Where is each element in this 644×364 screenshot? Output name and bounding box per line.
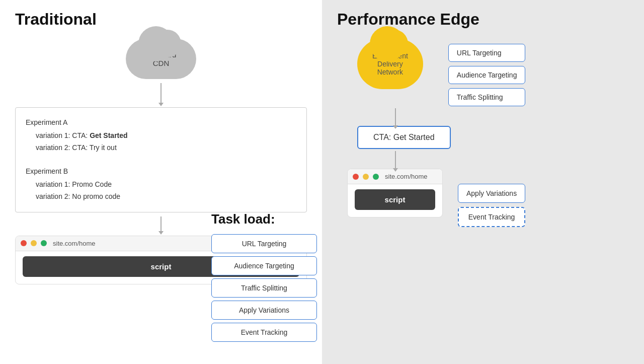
- task-item-traffic: Traffic Splitting: [211, 278, 317, 298]
- task-item-url: URL Targeting: [211, 234, 317, 253]
- audience-targeting-box: Audience Targeting: [448, 66, 526, 84]
- right-arrow-1-wrap: [395, 108, 629, 126]
- event-tracking-box: Event Tracking: [458, 207, 525, 227]
- exp-b-v1: variation 1: Promo Code: [26, 179, 296, 191]
- task-item-audience: Audience Targeting: [211, 256, 317, 275]
- left-browser-url: site.com/home: [53, 240, 96, 247]
- right-bottom-row: site.com/home script Apply Variations Ev…: [337, 169, 629, 227]
- task-item-apply: Apply Variations: [211, 301, 317, 320]
- tl-red-right: [353, 174, 359, 180]
- cta-box: CTA: Get Started: [357, 126, 451, 149]
- tl-green-right: [373, 174, 379, 180]
- apply-variations-box: Apply Variations: [458, 184, 525, 203]
- left-arrow-2: [160, 216, 162, 232]
- standard-cdn-cloud: StandardCDN: [126, 39, 196, 79]
- tl-green-left: [41, 240, 47, 246]
- edn-cloud-shape: ExperimentDeliveryNetwork: [357, 39, 423, 89]
- right-browser: site.com/home script: [347, 169, 443, 217]
- standard-cdn-shape: StandardCDN: [126, 39, 196, 79]
- exp-b-title: Experiment B: [26, 166, 296, 178]
- tl-yellow-right: [363, 174, 369, 180]
- task-load-section: Task load: URL Targeting Audience Target…: [211, 211, 317, 345]
- right-arrow-1: [395, 108, 396, 126]
- cta-box-wrap: CTA: Get Started: [357, 126, 629, 149]
- right-script-button[interactable]: script: [355, 189, 435, 210]
- exp-a-v1-bold: Get Started: [90, 131, 127, 139]
- right-side-boxes-top: URL Targeting Audience Targeting Traffic…: [448, 44, 526, 106]
- right-browser-body: script: [348, 184, 442, 217]
- left-experiment-area: Experiment A variation 1: CTA: Get Start…: [15, 107, 307, 212]
- edn-cloud: ExperimentDeliveryNetwork: [357, 39, 423, 89]
- traffic-splitting-box: Traffic Splitting: [448, 88, 526, 106]
- right-side-boxes-bottom: Apply Variations Event Tracking: [458, 184, 525, 227]
- right-browser-url: site.com/home: [385, 173, 428, 180]
- url-targeting-box: URL Targeting: [448, 44, 526, 62]
- right-arrow-2-wrap: [395, 151, 629, 169]
- tl-yellow-left: [31, 240, 37, 246]
- exp-b-v2: variation 2: No promo code: [26, 191, 296, 203]
- task-load-title: Task load:: [211, 211, 317, 227]
- tl-red-left: [21, 240, 27, 246]
- exp-a-v2: variation 2: CTA: Try it out: [26, 142, 296, 154]
- left-arrow-1: [160, 83, 162, 103]
- right-arrow-2: [395, 151, 396, 169]
- task-item-event: Event Tracking: [211, 323, 317, 342]
- exp-a-v1-prefix: variation 1: CTA:: [36, 131, 90, 139]
- right-title: Performance Edge: [337, 10, 629, 29]
- right-cloud-container: ExperimentDeliveryNetwork: [357, 39, 423, 89]
- exp-a-title: Experiment A: [26, 117, 296, 129]
- left-main-content: Experiment A variation 1: CTA: Get Start…: [15, 107, 307, 212]
- experiment-box: Experiment A variation 1: CTA: Get Start…: [15, 107, 307, 212]
- right-panel: Performance Edge ExperimentDeliveryNetwo…: [322, 0, 644, 364]
- standard-cdn-label: StandardCDN: [146, 50, 177, 67]
- left-title: Traditional: [15, 10, 307, 29]
- right-top-row: ExperimentDeliveryNetwork URL Targeting …: [337, 39, 629, 106]
- exp-a-v1: variation 1: CTA: Get Started: [26, 130, 296, 142]
- left-cloud-container: StandardCDN: [15, 39, 307, 79]
- edn-label: ExperimentDeliveryNetwork: [372, 52, 408, 76]
